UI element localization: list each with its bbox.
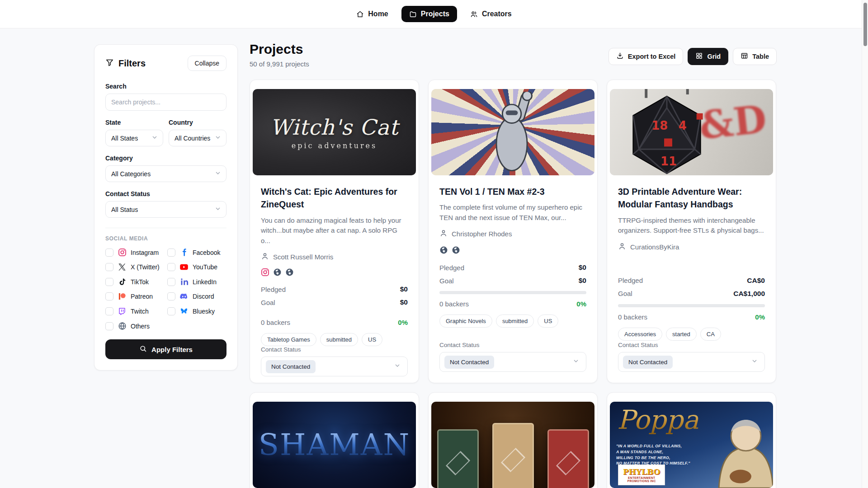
category-select[interactable]: All Categories	[105, 165, 226, 182]
pledged-label: Pledged	[439, 264, 464, 272]
tag-pill: Tabletop Games	[261, 333, 316, 346]
country-select[interactable]: All Countries	[169, 130, 226, 146]
contact-status-label: Contact Status	[105, 190, 226, 197]
tiktok-icon	[118, 278, 127, 286]
state-select[interactable]: All States	[105, 130, 163, 146]
divider	[105, 228, 226, 228]
social-filter-instagram[interactable]: Instagram	[105, 248, 165, 257]
globe-icon[interactable]	[273, 268, 282, 277]
image-quote: "IN A WORLD FULL OF VILLAINS,A MAN STAND…	[616, 443, 693, 466]
table-view-label: Table	[752, 53, 769, 60]
contact-status-select[interactable]: All Status	[105, 201, 226, 218]
backers-count: 0 backers	[618, 313, 647, 321]
nav-item-home[interactable]: Home	[349, 6, 396, 22]
social-filter-linkedin[interactable]: LinkedIn	[167, 277, 226, 286]
checkbox[interactable]	[105, 249, 113, 257]
tag-pill: submitted	[320, 333, 358, 346]
project-card[interactable]: D&D18411 3D Printable Adventure Wear: Mo…	[607, 80, 776, 383]
project-card[interactable]: SHAMAN	[250, 392, 419, 488]
checkbox[interactable]	[167, 292, 175, 300]
social-filter-discord[interactable]: Discord	[167, 292, 226, 301]
creator-name: CurationsByKira	[630, 243, 679, 251]
social-filter-twitch[interactable]: Twitch	[105, 307, 165, 316]
nav-item-creators[interactable]: Creators	[462, 6, 519, 22]
folder-icon	[409, 10, 417, 18]
project-card-grid: Witch's Catepic adventures Witch's Cat: …	[250, 80, 777, 488]
funded-percent: 0%	[755, 313, 765, 321]
project-title: TEN Vol 1 / TEN Max #2-3	[439, 185, 586, 198]
checkbox[interactable]	[167, 278, 175, 286]
funded-percent: 0%	[398, 319, 408, 326]
contact-status-select[interactable]: Not Contacted	[439, 352, 586, 372]
image-title: Witch's Cat	[270, 115, 399, 140]
social-media-heading: SOCIAL MEDIA	[105, 235, 226, 242]
contact-status-label: Contact Status	[618, 342, 765, 348]
social-filter-youtube[interactable]: YouTube	[167, 263, 226, 272]
checkbox[interactable]	[167, 307, 175, 315]
export-to-excel-button[interactable]: Export to Excel	[609, 48, 684, 65]
checkbox[interactable]	[167, 249, 175, 257]
checkbox[interactable]	[105, 307, 113, 315]
scrollbar-thumb[interactable]	[863, 3, 867, 46]
globe-icon[interactable]	[285, 268, 294, 277]
pledged-value: CA$0	[747, 277, 765, 285]
project-count: 50 of 9,991 projects	[250, 60, 309, 68]
checkbox[interactable]	[167, 263, 175, 271]
globe-icon[interactable]	[439, 246, 448, 254]
search-icon	[139, 345, 147, 354]
collapse-button[interactable]: Collapse	[188, 56, 226, 71]
table-view-button[interactable]: Table	[733, 48, 777, 65]
grid-view-button[interactable]: Grid	[688, 48, 728, 65]
checkbox[interactable]	[105, 263, 113, 271]
social-filter-tiktok[interactable]: TikTok	[105, 277, 165, 286]
goal-value: $0	[579, 277, 586, 285]
tag-pill: started	[666, 328, 697, 341]
card-box-tan	[492, 423, 534, 488]
tag-pill: Graphic Novels	[439, 314, 492, 328]
social-filter-others[interactable]: Others	[105, 322, 165, 330]
contact-status-select[interactable]: Not Contacted	[618, 352, 765, 372]
globe-icon[interactable]	[452, 246, 460, 254]
project-description: The complete first volume of my superher…	[439, 202, 586, 223]
filters-title: Filters	[118, 58, 146, 69]
superhero-illustration	[479, 92, 547, 175]
chevron-down-icon	[572, 357, 580, 366]
linkedin-icon	[179, 277, 189, 286]
project-image: SHAMAN	[253, 402, 416, 488]
twitch-icon	[118, 307, 127, 315]
social-filter-facebook[interactable]: Facebook	[167, 248, 226, 257]
instagram-icon[interactable]	[261, 268, 269, 277]
project-card[interactable]	[428, 392, 598, 488]
project-tags: AccessoriesstartedCA	[618, 328, 765, 341]
checkbox[interactable]	[105, 322, 113, 330]
card-box-red	[547, 429, 589, 488]
social-filter-x[interactable]: X (Twitter)	[105, 263, 165, 272]
checkbox[interactable]	[105, 292, 113, 300]
project-title: Witch's Cat: Epic Adventures for ZineQue…	[261, 185, 408, 211]
pledged-label: Pledged	[261, 286, 286, 293]
project-card[interactable]: Poppa"IN A WORLD FULL OF VILLAINS,A MAN …	[607, 392, 776, 488]
nav-item-projects[interactable]: Projects	[401, 6, 457, 22]
contact-status-select-value: All Status	[111, 206, 138, 213]
contact-status-badge: Not Contacted	[266, 360, 316, 373]
svg-text:18: 18	[651, 119, 668, 132]
search-input[interactable]	[105, 94, 226, 111]
social-filter-bluesky[interactable]: Bluesky	[167, 307, 226, 316]
apply-filters-label: Apply Filters	[151, 346, 193, 353]
project-card[interactable]: Witch's Catepic adventures Witch's Cat: …	[250, 80, 419, 383]
project-card[interactable]: TEN Vol 1 / TEN Max #2-3 The complete fi…	[428, 80, 598, 383]
checkbox[interactable]	[105, 278, 113, 286]
page-title: Projects	[250, 42, 309, 57]
grid-view-label: Grid	[707, 53, 721, 60]
contact-status-select[interactable]: Not Contacted	[261, 357, 408, 376]
social-filter-patreon[interactable]: Patreon	[105, 292, 165, 301]
country-label: Country	[169, 119, 226, 126]
apply-filters-button[interactable]: Apply Filters	[105, 339, 226, 359]
page-scrollbar[interactable]	[862, 0, 868, 488]
project-image	[431, 402, 594, 488]
nav-item-label: Projects	[421, 10, 449, 18]
goal-value: $0	[400, 298, 408, 306]
filters-panel: Filters Collapse Search State All States…	[94, 44, 238, 371]
funded-percent: 0%	[576, 300, 586, 308]
project-description: TTRPG-inspired themes with interchangeab…	[618, 216, 765, 236]
